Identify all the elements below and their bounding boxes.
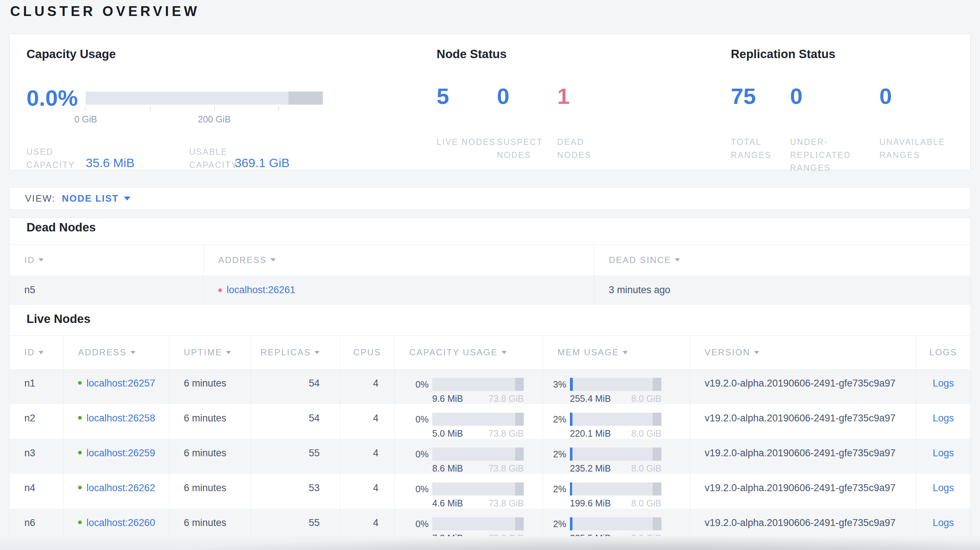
node-live-status-icon (78, 521, 82, 524)
view-selector-dropdown[interactable]: NODE LIST (62, 193, 130, 204)
node-capacity-usage: 0% 7.8 MiB73.8 GiB (395, 509, 543, 536)
capacity-mini-bar (432, 413, 524, 426)
live-nodes-count: 5 (437, 85, 497, 108)
node-capacity-usage: 0% 5.0 MiB73.8 GiB (395, 404, 543, 439)
node-version: v19.2.0-alpha.20190606-2491-gfe735c9a97 (690, 474, 916, 509)
node-address-link[interactable]: localhost:26258 (86, 413, 155, 424)
capacity-mini-bar (432, 448, 524, 461)
node-dead-status-icon (218, 288, 222, 292)
view-bar: VIEW: NODE LIST (10, 187, 970, 210)
logs-link[interactable]: Logs (933, 413, 954, 424)
node-replicas: 54 (251, 369, 340, 404)
node-address-cell: localhost:26261 (204, 275, 594, 305)
live-col-replicas[interactable]: REPLICAS (251, 335, 340, 369)
node-version: v19.2.0-alpha.20190606-2491-gfe735c9a97 (690, 369, 916, 404)
live-col-mem-usage[interactable]: MEM USAGE (543, 335, 690, 369)
logs-link[interactable]: Logs (933, 482, 954, 493)
sort-icon (502, 351, 507, 354)
live-col-address[interactable]: ADDRESS (64, 335, 169, 369)
node-address-link[interactable]: localhost:26259 (86, 448, 155, 459)
node-live-status-icon (78, 486, 82, 490)
cluster-summary-card: Capacity Usage 0.0% 0 GiB 200 GiB (10, 34, 970, 170)
node-id: n5 (10, 275, 204, 305)
node-status-title: Node Status (437, 47, 731, 62)
used-capacity-label: USED CAPACITY (27, 146, 86, 172)
node-live-status-icon (78, 416, 82, 420)
live-nodes-heading: Live Nodes (27, 312, 970, 326)
node-mem-usage: 2% 199.6 MiB8.0 GiB (543, 474, 690, 509)
total-ranges-count: 75 (731, 85, 790, 108)
node-address-cell: localhost:26258 (64, 404, 169, 439)
axis-tick (214, 106, 215, 111)
node-logs-cell: Logs (916, 474, 970, 509)
node-address-cell: localhost:26257 (64, 369, 169, 404)
node-logs-cell: Logs (916, 439, 970, 474)
logs-link[interactable]: Logs (933, 378, 954, 389)
node-address-link[interactable]: localhost:26261 (227, 285, 295, 296)
node-mem-usage: 2% 235.2 MiB8.0 GiB (543, 439, 690, 474)
node-address-link[interactable]: localhost:26257 (86, 378, 155, 389)
dead-nodes-stat: 1 DEAD NODES (557, 85, 617, 162)
memory-mini-bar (570, 413, 662, 426)
node-cpus: 4 (340, 404, 395, 439)
live-nodes-table-header: ID ADDRESS UPTIME REPLICAS CPUS CAPACITY… (10, 335, 970, 369)
axis-tick (278, 106, 279, 111)
capacity-bar-reserved-segment (288, 92, 323, 105)
axis-tick-label: 0 GiB (75, 114, 97, 125)
dead-nodes-label: DEAD NODES (557, 136, 617, 162)
memory-mini-bar (570, 517, 662, 530)
memory-mini-bar (570, 482, 662, 496)
bottom-shadow (0, 536, 980, 550)
logs-link[interactable]: Logs (933, 448, 954, 458)
node-logs-cell: Logs (916, 404, 970, 439)
dead-col-dead-since[interactable]: DEAD SINCE (594, 245, 970, 275)
live-nodes-stat: 5 LIVE NODES (437, 85, 497, 162)
node-cpus: 4 (340, 439, 395, 474)
node-cpus: 4 (340, 509, 395, 536)
node-replicas: 53 (251, 474, 340, 509)
node-status-stats: 5 LIVE NODES 0 SUSPECT NODES 1 DEAD NODE… (437, 85, 731, 162)
sort-icon (38, 258, 44, 262)
node-logs-cell: Logs (916, 369, 970, 404)
logs-link[interactable]: Logs (933, 517, 954, 528)
view-label: VIEW: (25, 193, 55, 204)
capacity-stats: USED CAPACITY 35.6 MiB USABLE CAPACITY 3… (27, 146, 437, 172)
capacity-mini-bar (432, 517, 524, 530)
live-col-capacity-usage[interactable]: CAPACITY USAGE (395, 335, 543, 369)
memory-mini-bar (570, 448, 662, 461)
node-version: v19.2.0-alpha.20190606-2491-gfe735c9a97 (690, 439, 916, 474)
capacity-axis: 0 GiB 200 GiB (86, 106, 323, 128)
dead-nodes-table-header: ID ADDRESS DEAD SINCE (10, 244, 970, 275)
node-cpus: 4 (340, 369, 395, 404)
replication-stats: 75 TOTAL RANGES 0 UNDER-REPLICATED RANGE… (731, 85, 970, 175)
live-col-version[interactable]: VERSION (690, 335, 916, 369)
dead-nodes-count: 1 (557, 85, 617, 108)
chevron-down-icon (124, 197, 130, 200)
node-capacity-usage: 0% 4.6 MiB73.8 GiB (395, 474, 543, 509)
suspect-nodes-label: SUSPECT NODES (497, 136, 557, 162)
replication-status-title: Replication Status (731, 47, 970, 62)
sort-icon (38, 351, 44, 354)
live-col-logs: LOGS (916, 335, 970, 369)
total-ranges-stat: 75 TOTAL RANGES (731, 85, 790, 175)
capacity-used-percent: 0.0% (27, 85, 86, 111)
node-id: n4 (10, 474, 64, 509)
dead-col-id[interactable]: ID (10, 245, 204, 275)
capacity-mini-bar (432, 482, 524, 496)
live-col-uptime[interactable]: UPTIME (169, 335, 251, 369)
live-col-cpus[interactable]: CPUS (340, 335, 395, 369)
node-address-link[interactable]: localhost:26260 (86, 517, 155, 529)
capacity-usage-panel: Capacity Usage 0.0% 0 GiB 200 GiB (27, 47, 437, 170)
unavailable-ranges-stat: 0 UNAVAILABLE RANGES (880, 85, 970, 175)
dead-col-address[interactable]: ADDRESS (204, 245, 594, 275)
dead-since: 3 minutes ago (594, 275, 970, 305)
node-address-cell: localhost:26262 (64, 474, 169, 509)
capacity-bar-track (86, 92, 323, 105)
capacity-usage-title: Capacity Usage (27, 47, 437, 62)
suspect-nodes-stat: 0 SUSPECT NODES (497, 85, 557, 162)
live-col-id[interactable]: ID (10, 335, 64, 369)
node-mem-usage: 2% 225.5 MiB8.0 GiB (543, 509, 690, 536)
sort-icon (226, 351, 231, 354)
node-capacity-usage: 0% 9.6 MiB73.8 GiB (395, 369, 543, 404)
node-address-link[interactable]: localhost:26262 (86, 482, 155, 494)
